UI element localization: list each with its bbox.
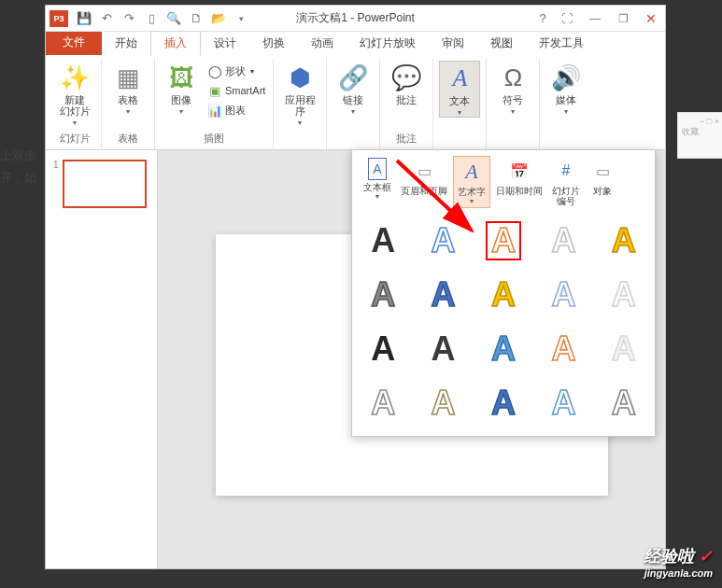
ribbon-tabs: 文件 开始 插入 设计 切换 动画 幻灯片放映 审阅 视图 开发工具 [46,32,665,55]
symbols-button[interactable]: Ω 符号 ▾ [492,61,533,116]
bg-text-1: 上双击 [0,145,36,167]
headerfooter-button[interactable]: ▭ 页眉和页脚 [397,156,451,208]
wordart-icon: A [459,159,485,185]
wordart-style-3-3[interactable]: A [545,384,581,423]
tab-slideshow[interactable]: 幻灯片放映 [347,32,429,55]
smartart-icon: ▣ [207,83,222,98]
media-button[interactable]: 🔊 媒体 ▾ [545,61,587,116]
comment-button[interactable]: 💬 批注 [386,61,427,105]
restore-icon[interactable]: ❐ [609,7,637,30]
links-button[interactable]: 🔗 链接 ▾ [333,61,374,116]
wordart-style-2-3[interactable]: A [545,329,581,369]
images-button[interactable]: 🖼 图像 ▾ [161,61,202,116]
table-button[interactable]: ▦ 表格 ▾ [107,61,149,116]
wordart-style-3-0[interactable]: A [365,384,401,423]
wordart-style-1-1[interactable]: A [425,275,460,315]
wordart-style-3-1[interactable]: A [425,384,460,423]
group-label-comments: 批注 [396,130,417,149]
title-bar: P3 💾 ↶ ↷ ▯ 🔍 🗋 📂 ▾ 演示文稿1 - PowerPoint ? … [46,6,665,32]
wordart-style-1-0[interactable]: A [365,275,401,315]
wordart-style-0-3[interactable]: A [545,221,581,260]
tab-review[interactable]: 审阅 [429,32,477,55]
wordart-style-0-2[interactable]: A [486,221,522,260]
wordart-style-0-4[interactable]: A [606,221,642,260]
object-icon: ▭ [589,158,616,184]
watermark: 经验啦 ✓ jingyanla.com [644,545,713,579]
chevron-down-icon: ▾ [298,119,302,127]
chart-button[interactable]: 📊 图表 [205,102,267,119]
undo-icon[interactable]: ↶ [98,10,115,27]
link-icon: 🔗 [338,63,368,92]
wordart-style-2-1[interactable]: A [425,329,460,369]
wordart-style-0-1[interactable]: A [425,221,460,260]
media-icon: 🔊 [551,63,581,92]
wordart-button[interactable]: A 艺术字 ▾ [453,156,490,208]
tab-file[interactable]: 文件 [46,30,102,55]
tab-home[interactable]: 开始 [102,32,150,55]
background-panel: − □ × 收藏 [677,112,722,159]
textbox-button[interactable]: A 文本框 ▾ [360,156,395,208]
help-icon[interactable]: ? [532,7,553,30]
ribbon-display-icon[interactable]: ⛶ [553,7,581,30]
apps-button[interactable]: ⬢ 应用程 序 ▾ [279,61,320,127]
slidenumber-icon: # [553,158,579,184]
start-from-beginning-icon[interactable]: ▯ [143,10,160,27]
shapes-icon: ◯ [207,63,222,78]
window-title: 演示文稿1 - PowerPoint [296,10,415,26]
headerfooter-icon: ▭ [411,158,437,184]
tab-animations[interactable]: 动画 [298,32,347,55]
redo-icon[interactable]: ↷ [120,10,137,27]
wordart-style-1-4[interactable]: A [606,275,642,315]
wordart-style-0-0[interactable]: A [365,221,401,260]
chevron-down-icon: ▾ [73,119,77,127]
datetime-button[interactable]: 📅 日期和时间 [492,156,546,208]
chart-icon: 📊 [207,103,222,118]
wordart-style-3-2[interactable]: A [486,384,521,423]
ribbon: ✨ 新建 幻灯片 ▾ 幻灯片 ▦ 表格 ▾ 表格 🖼 图像 [46,55,665,150]
close-icon[interactable]: ✕ [637,7,665,30]
save-icon[interactable]: 💾 [76,10,92,27]
wordart-style-2-0[interactable]: A [365,329,401,369]
symbol-icon: Ω [498,63,528,92]
group-label-tables: 表格 [118,130,138,149]
qat-dropdown-icon[interactable]: ▾ [233,10,249,27]
object-button[interactable]: ▭ 对象 [586,156,619,208]
text-icon: A [445,63,474,93]
chevron-down-icon: ▾ [126,107,130,116]
slide-number: 1 [53,160,59,208]
group-label-slides: 幻灯片 [60,130,91,149]
tab-developer[interactable]: 开发工具 [526,32,597,55]
slide-thumbnail-1[interactable] [63,160,147,208]
minimize-icon[interactable]: — [581,7,609,30]
tab-insert[interactable]: 插入 [150,31,201,56]
chevron-down-icon: ▾ [564,107,568,116]
open-icon[interactable]: 📂 [210,10,227,27]
comment-icon: 💬 [391,63,421,92]
wordart-style-1-2[interactable]: A [486,275,521,315]
chevron-down-icon: ▾ [375,192,379,201]
text-dropdown-panel: A 文本框 ▾ ▭ 页眉和页脚 A 艺术字 ▾ 📅 日期和时间 # 幻灯片 编号… [351,149,656,437]
print-preview-icon[interactable]: 🔍 [165,10,182,27]
slidenumber-button[interactable]: # 幻灯片 编号 [548,156,584,208]
shapes-button[interactable]: ◯ 形状▾ [205,63,267,79]
tab-transitions[interactable]: 切换 [249,32,298,55]
tab-design[interactable]: 设计 [201,32,249,55]
images-icon: 🖼 [166,63,196,92]
new-icon[interactable]: 🗋 [188,10,205,27]
wordart-style-2-2[interactable]: A [486,329,521,369]
wordart-style-1-3[interactable]: A [545,275,581,315]
tab-view[interactable]: 视图 [477,32,526,55]
textbox-icon: A [368,158,387,180]
bg-text-2: 开，如 [0,167,36,189]
table-icon: ▦ [113,63,143,92]
wordart-style-3-4[interactable]: A [606,384,642,423]
apps-icon: ⬢ [285,63,315,92]
new-slide-icon: ✨ [60,63,90,92]
group-label-illustrations: 插图 [204,130,224,149]
new-slide-button[interactable]: ✨ 新建 幻灯片 ▾ [54,61,95,127]
chevron-down-icon: ▾ [470,197,474,205]
smartart-button[interactable]: ▣ SmartArt [205,82,267,99]
quick-access-toolbar: 💾 ↶ ↷ ▯ 🔍 🗋 📂 ▾ [76,10,249,27]
text-button[interactable]: A 文本 ▾ [439,61,480,118]
wordart-style-2-4[interactable]: A [606,329,642,369]
